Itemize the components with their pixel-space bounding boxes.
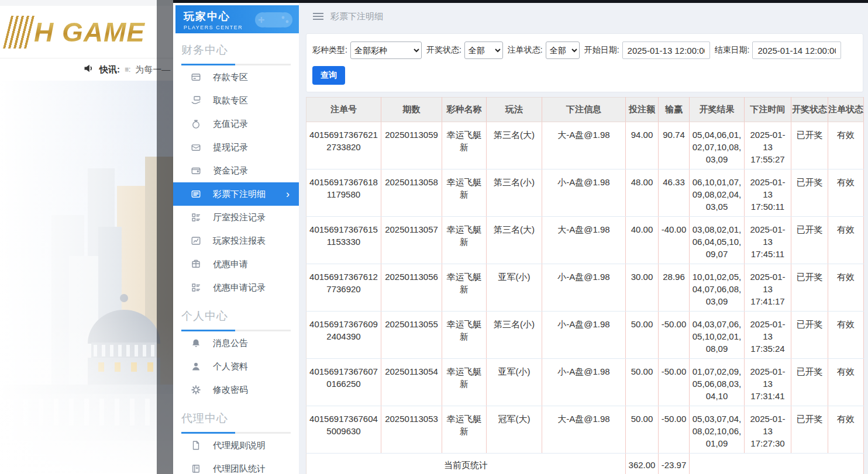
table-header-cell: 开奖状态 — [791, 98, 828, 122]
gamepad-icon — [252, 8, 295, 32]
table-cell: 幸运飞艇新 — [442, 406, 487, 454]
table-row: 40156917367618117958020250113058幸运飞艇新第三名… — [306, 169, 864, 217]
table-cell: 幸运飞艇新 — [442, 312, 487, 359]
table-cell: 90.74 — [659, 122, 690, 169]
background-page: H GAME 快讯: ≡: 为每一— — [0, 0, 173, 474]
sidebar-item[interactable]: 厅室投注记录 — [173, 206, 299, 229]
deposit-card-icon — [191, 72, 201, 82]
summary-row: 当前页统计 362.00 -23.97 — [306, 454, 864, 474]
summary-win-loss: -23.97 — [659, 454, 690, 474]
hamburger-menu-icon[interactable] — [313, 13, 323, 20]
query-button[interactable]: 查询 — [312, 66, 345, 85]
main-topbar: 彩票下注明细 — [299, 3, 868, 30]
table-cell: 大-A盘@1.98 — [542, 217, 626, 264]
sidebar-item[interactable]: 优惠申请 — [173, 252, 299, 276]
order-status-label: 注单状态: — [508, 45, 543, 56]
recharge-bag-icon — [191, 119, 201, 129]
draw-status-select[interactable]: 全部 — [464, 41, 503, 59]
table-cell: 401569173676127736920 — [306, 264, 381, 312]
sidebar-item[interactable]: 个人资料 — [173, 355, 299, 378]
filter-panel: 彩种类型: 全部彩种 开奖状态: 全部 注单状态: 全部 开始日期: 结束日期: — [306, 33, 863, 92]
sidebar-section-title: 个人中心 — [173, 299, 299, 331]
table-row: 40156917367607016625020250113054幸运飞艇新亚军(… — [306, 359, 864, 406]
report-chart-icon — [191, 236, 201, 246]
sidebar-item[interactable]: 代理团队统计 — [173, 457, 299, 474]
table-header-cell: 彩种名称 — [442, 98, 487, 122]
table-cell: 小-A盘@1.98 — [542, 359, 626, 406]
table-header-cell: 投注额 — [626, 98, 659, 122]
table-cell: 94.00 — [626, 122, 659, 169]
start-date-label: 开始日期: — [584, 45, 619, 56]
table-header-row: 注单号期数彩种名称玩法下注信息投注额输赢开奖结果下注时间开奖状态注单状态 — [306, 98, 864, 122]
background-topstrip — [0, 0, 173, 6]
room-bet-icon — [191, 212, 201, 223]
lottery-type-select[interactable]: 全部彩种 — [350, 41, 422, 59]
table-cell: 幸运飞艇新 — [442, 359, 487, 406]
news-ticker: 快讯: ≡: 为每一— — [0, 58, 173, 81]
table-cell: 亚军(小) — [487, 359, 542, 406]
table-cell: 06,10,01,07,09,08,02,04,03,05 — [690, 169, 745, 217]
book-icon — [191, 463, 201, 474]
table-cell: 幸运飞艇新 — [442, 122, 487, 169]
table-cell: 48.00 — [626, 169, 659, 217]
table-header-cell: 玩法 — [487, 98, 542, 122]
withdrawal-record-icon — [191, 142, 201, 153]
ticker-prefix: ≡: — [125, 65, 130, 74]
table-cell: 401569173676151153330 — [306, 217, 381, 264]
table-cell: 小-A盘@1.98 — [542, 169, 626, 217]
table-cell: 有效 — [828, 169, 864, 217]
table-body: 40156917367621273382020250113059幸运飞艇新第三名… — [306, 122, 864, 474]
logo-text: H GAME — [34, 16, 145, 48]
table-cell: -50.00 — [659, 359, 690, 406]
bell-icon — [191, 338, 201, 348]
table-header-cell: 下注信息 — [542, 98, 626, 122]
table-header-cell: 输赢 — [659, 98, 690, 122]
table-cell: 第三名(大) — [487, 217, 542, 264]
overlay-scrim[interactable] — [157, 0, 173, 474]
logo-bars-icon — [3, 16, 35, 49]
sidebar-item[interactable]: 修改密码 — [173, 378, 299, 402]
sidebar-item[interactable]: 玩家投注报表 — [173, 229, 299, 252]
table-cell: 幸运飞艇新 — [442, 264, 487, 312]
end-date-input[interactable] — [752, 41, 841, 59]
capitol-background-image — [0, 81, 173, 473]
sidebar-section-title: 代理中心 — [173, 402, 299, 434]
players-center-panel: 玩家中心 PLAYERS CENTER 财务中心 存款专区 取款专区 — [173, 0, 868, 474]
gear-icon — [191, 385, 201, 395]
table-cell: 50.00 — [626, 312, 659, 359]
bets-table-wrap: 注单号期数彩种名称玩法下注信息投注额输赢开奖结果下注时间开奖状态注单状态 401… — [306, 97, 863, 474]
order-status-select[interactable]: 全部 — [546, 41, 580, 59]
table-cell: 有效 — [828, 264, 864, 312]
table-cell: 大-A盘@1.98 — [542, 122, 626, 169]
table-cell: 10,01,02,05,04,07,06,08,03,09 — [690, 264, 745, 312]
table-cell: 401569173676070166250 — [306, 359, 381, 406]
table-cell: 已开奖 — [791, 169, 828, 217]
bets-table: 注单号期数彩种名称玩法下注信息投注额输赢开奖结果下注时间开奖状态注单状态 401… — [306, 97, 864, 474]
sidebar-item[interactable]: 彩票下注明细 › — [173, 182, 299, 206]
sidebar-item[interactable]: 取款专区 — [173, 89, 299, 112]
table-cell: 28.96 — [659, 264, 690, 312]
sidebar-item[interactable]: 充值记录 — [173, 112, 299, 136]
funds-wallet-icon — [191, 165, 201, 176]
sidebar-item[interactable]: 优惠申请记录 — [173, 276, 299, 299]
sidebar-item[interactable]: 消息公告 — [173, 331, 299, 355]
sidebar-item[interactable]: 提现记录 — [173, 136, 299, 159]
sidebar-item[interactable]: 存款专区 — [173, 65, 299, 89]
table-cell: -40.00 — [659, 217, 690, 264]
table-cell: 有效 — [828, 406, 864, 454]
table-cell: 401569173676212733820 — [306, 122, 381, 169]
coupon-icon — [191, 259, 201, 269]
table-header-cell: 开奖结果 — [690, 98, 745, 122]
table-cell: -50.00 — [659, 406, 690, 454]
table-cell: 401569173676181179580 — [306, 169, 381, 217]
sidebar-item[interactable]: 资金记录 — [173, 159, 299, 182]
table-row: 40156917367615115333020250113057幸运飞艇新第三名… — [306, 217, 864, 264]
table-cell: 30.00 — [626, 264, 659, 312]
table-cell: 50.00 — [626, 406, 659, 454]
table-cell: 有效 — [828, 359, 864, 406]
table-header-cell: 注单号 — [306, 98, 381, 122]
table-cell: 20250113057 — [381, 217, 442, 264]
start-date-input[interactable] — [622, 41, 710, 59]
table-cell: 2025-01-13 17:50:11 — [745, 169, 791, 217]
sidebar-item[interactable]: 代理规则说明 — [173, 434, 299, 457]
